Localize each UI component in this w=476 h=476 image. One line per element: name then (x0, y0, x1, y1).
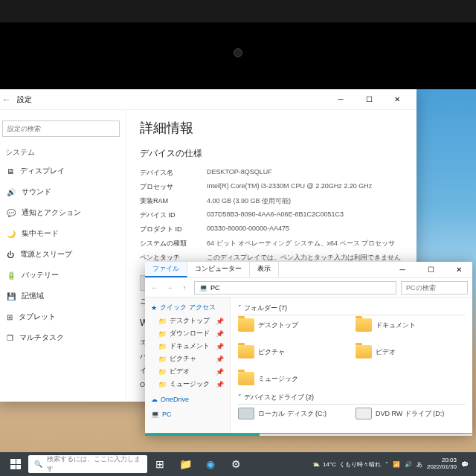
nav-back-icon[interactable]: ← (149, 283, 160, 293)
folder-icon (356, 318, 372, 332)
explorer-titlebar[interactable]: ファイルコンピューター表示 ─ ☐ ✕ (145, 262, 472, 278)
taskbar-search[interactable]: 🔍 検索するには、ここに入力します (28, 455, 147, 473)
nav-up-icon[interactable]: ↑ (179, 283, 190, 293)
sidebar-item-label: ディスプレイ (20, 166, 65, 176)
spec-row: デバイス ID037D58B3-8090-4AA6-A06E-8B1C2C005… (140, 208, 403, 222)
item-label: ローカル ディスク (C:) (258, 409, 327, 419)
pc-icon: 💻 (151, 411, 159, 418)
exp-close-button[interactable]: ✕ (446, 261, 472, 279)
maximize-button[interactable]: ☐ (356, 91, 382, 109)
nav-forward-icon[interactable]: → (164, 283, 175, 293)
tree-item[interactable]: 📁ドキュメント📌 (148, 340, 227, 353)
folder-item[interactable]: ミュージック (238, 372, 342, 385)
taskbar-explorer-icon[interactable]: 📁 (173, 454, 198, 475)
spec-row: プロセッサIntel(R) Core(TM) i3-2330M CPU @ 2.… (140, 180, 403, 194)
explorer-tab[interactable]: ファイル (145, 262, 187, 277)
back-icon[interactable]: ← (2, 94, 11, 105)
group-header[interactable]: ˅ デバイスとドライブ (2) (238, 391, 465, 405)
item-label: ミュージック (258, 374, 298, 384)
tree-item[interactable]: 📁ダウンロード📌 (148, 327, 227, 340)
exp-maximize-button[interactable]: ☐ (417, 261, 444, 279)
explorer-search-input[interactable] (401, 281, 468, 295)
folder-item[interactable]: ピクチャ (238, 345, 342, 358)
exp-minimize-button[interactable]: ─ (389, 261, 416, 279)
explorer-content[interactable]: ˅ フォルダー (7)デスクトップドキュメントピクチャビデオミュージック˅ デバ… (231, 298, 472, 433)
desktop[interactable]: ← 設定 ─ ☐ ✕ システム 🖥ディスプレイ🔊サウンド💬通知とアクション🌙集中… (0, 89, 476, 476)
spec-value: 4.00 GB (3.90 GB 使用可能) (207, 196, 403, 206)
sidebar-category: システム (0, 144, 123, 161)
search-placeholder-text: 検索するには、ここに入力します (47, 454, 141, 474)
spec-label: デバイス ID (140, 210, 207, 220)
sidebar-item-tablet[interactable]: ⊞タブレット (0, 306, 123, 327)
tray-network-icon[interactable]: 📶 (393, 461, 400, 468)
weather-widget[interactable]: ⛅ 14°C くもり時々晴れ (312, 460, 381, 469)
weather-temp: 14°C (323, 461, 336, 468)
sidebar-item-display[interactable]: 🖥ディスプレイ (0, 161, 123, 181)
tree-quick-access[interactable]: ★ クイック アクセス (148, 300, 227, 315)
tree-item-label: ビデオ (170, 367, 190, 376)
folder-icon: 📁 (158, 381, 167, 388)
path-text: PC (210, 284, 220, 292)
folder-icon (238, 318, 254, 332)
tree-item[interactable]: 📁ビデオ📌 (148, 365, 227, 378)
drive-item[interactable]: ローカル ディスク (C:) (238, 408, 342, 419)
tree-pc[interactable]: 💻 PC (148, 408, 227, 420)
address-bar[interactable]: 💻 PC (194, 281, 396, 295)
sidebar-item-notif[interactable]: 💬通知とアクション (0, 202, 123, 223)
spec-row: デバイス名DESKTOP-8QSQLUF (140, 166, 403, 180)
settings-search-input[interactable] (2, 120, 120, 137)
taskbar-edge-icon[interactable]: ◉ (198, 454, 223, 475)
taskbar-clock[interactable]: 20:03 2022/01/30 (427, 457, 457, 471)
spec-value: 037D58B3-8090-4AA6-A06E-8B1C2C0051C3 (207, 210, 403, 220)
folder-item[interactable]: ビデオ (356, 345, 460, 358)
spec-value: 64 ビット オペレーティング システム、x64 ベース プロセッサ (207, 239, 403, 248)
folder-icon: 📁 (158, 343, 167, 350)
group-header[interactable]: ˅ フォルダー (7) (238, 302, 465, 315)
tree-item[interactable]: 📁ピクチャ📌 (148, 353, 227, 365)
sidebar-item-sound[interactable]: 🔊サウンド (0, 181, 123, 202)
folder-item[interactable]: デスクトップ (238, 318, 342, 332)
explorer-tab[interactable]: コンピューター (187, 262, 250, 277)
tree-item-label: ミュージック (170, 379, 210, 389)
folder-icon (238, 345, 254, 358)
power-icon: ⏻ (7, 251, 14, 259)
page-title: 詳細情報 (140, 119, 403, 137)
settings-titlebar[interactable]: ← 設定 ─ ☐ ✕ (0, 89, 416, 110)
webcam (234, 48, 242, 57)
pin-icon: 📌 (216, 343, 224, 350)
tray-chevron-icon[interactable]: ˄ (385, 461, 388, 468)
spec-value: DESKTOP-8QSQLUF (207, 168, 403, 178)
explorer-window: ファイルコンピューター表示 ─ ☐ ✕ ← → ↑ 💻 PC (145, 262, 472, 433)
dvd-item[interactable]: DVD RW ドライブ (D:) (356, 408, 460, 419)
explorer-tab[interactable]: 表示 (250, 262, 279, 277)
folder-item[interactable]: ドキュメント (356, 318, 460, 332)
pin-icon: 📌 (216, 330, 224, 338)
search-icon: 🔍 (34, 460, 42, 468)
sidebar-item-battery[interactable]: 🔋バッテリー (0, 265, 123, 286)
sidebar-item-focus[interactable]: 🌙集中モード (0, 223, 123, 244)
explorer-toolbar: ← → ↑ 💻 PC (145, 278, 472, 298)
tray-ime-icon[interactable]: あ (416, 460, 422, 469)
folder-icon (356, 345, 372, 358)
tree-item[interactable]: 📁デスクトップ📌 (148, 315, 227, 327)
sidebar-item-label: 記憶域 (22, 291, 44, 301)
sidebar-item-label: タブレット (19, 312, 56, 322)
tree-onedrive[interactable]: ☁ OneDrive (148, 393, 227, 405)
start-button[interactable] (3, 454, 28, 475)
close-button[interactable]: ✕ (384, 91, 411, 109)
task-view-button[interactable]: ⊞ (147, 454, 173, 475)
tree-item-label: ダウンロード (170, 329, 210, 338)
tree-item[interactable]: 📁ミュージック📌 (148, 378, 227, 390)
taskbar-settings-icon[interactable]: ⚙ (223, 454, 248, 475)
sidebar-item-storage[interactable]: 💾記憶域 (0, 286, 123, 306)
explorer-tree: ★ クイック アクセス 📁デスクトップ📌📁ダウンロード📌📁ドキュメント📌📁ピクチ… (145, 298, 231, 433)
tray-volume-icon[interactable]: 🔊 (405, 461, 412, 468)
sidebar-item-multi[interactable]: ❐マルチタスク (0, 327, 123, 348)
settings-label: 設定 (17, 94, 32, 105)
tablet-icon: ⊞ (7, 313, 13, 321)
minimize-button[interactable]: ─ (327, 91, 354, 109)
sidebar-item-power[interactable]: ⏻電源とスリープ (0, 244, 123, 265)
action-center-icon[interactable]: 💬 (461, 461, 469, 468)
pin-icon: 📌 (216, 368, 224, 376)
spec-label: システムの種類 (140, 239, 207, 248)
